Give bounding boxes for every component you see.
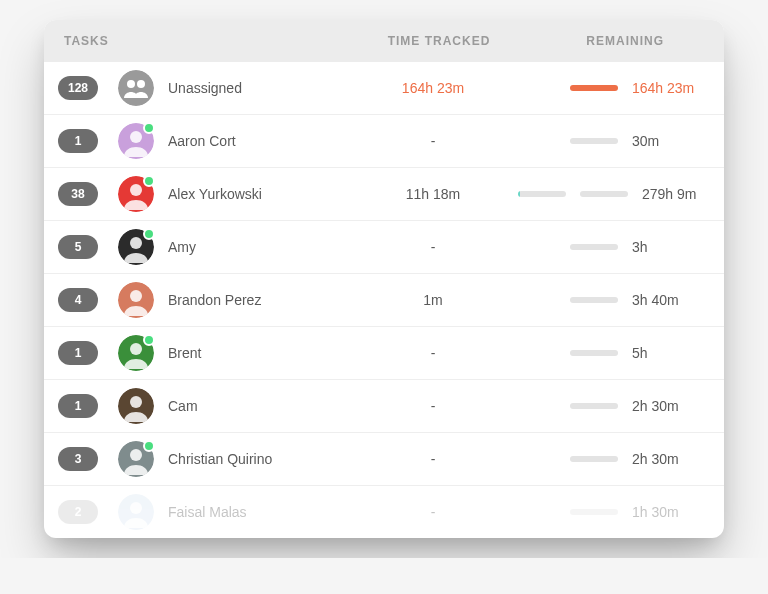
remaining-bar — [570, 85, 618, 91]
svg-point-6 — [130, 184, 142, 196]
presence-indicator — [143, 122, 155, 134]
task-count-badge: 2 — [58, 500, 98, 524]
time-tracked-value: - — [348, 239, 518, 255]
table-row[interactable]: 3Christian Quirino-2h 30m — [44, 433, 724, 486]
table-row[interactable]: 1Aaron Cort-30m — [44, 115, 724, 168]
task-count-badge: 128 — [58, 76, 98, 100]
table-row[interactable]: 128Unassigned164h 23m164h 23m — [44, 62, 724, 115]
task-count-badge: 3 — [58, 447, 98, 471]
svg-point-12 — [130, 343, 142, 355]
group-icon — [118, 70, 154, 106]
svg-point-0 — [118, 70, 154, 106]
avatar[interactable] — [118, 494, 154, 530]
remaining-value: 279h 9m — [642, 186, 714, 202]
header-tasks: TASKS — [64, 34, 354, 48]
table-row[interactable]: 5Amy-3h — [44, 221, 724, 274]
remaining-cell: 3h — [518, 239, 704, 255]
remaining-cell: 5h — [518, 345, 704, 361]
remaining-value: 3h — [632, 239, 704, 255]
assignee-name[interactable]: Christian Quirino — [168, 451, 348, 467]
remaining-cell: 279h 9m — [518, 186, 714, 202]
assignee-name[interactable]: Faisal Malas — [168, 504, 348, 520]
svg-point-18 — [130, 502, 142, 514]
remaining-bar — [570, 350, 618, 356]
time-tracked-value: - — [348, 345, 518, 361]
remaining-bar — [570, 138, 618, 144]
avatar[interactable] — [118, 176, 154, 212]
table-row[interactable]: 2Faisal Malas-1h 30m — [44, 486, 724, 538]
svg-point-16 — [130, 449, 142, 461]
workload-card: TASKS TIME TRACKED REMAINING 128Unassign… — [44, 20, 724, 538]
task-count-badge: 1 — [58, 341, 98, 365]
avatar[interactable] — [118, 388, 154, 424]
table-row[interactable]: 38Alex Yurkowski11h 18m279h 9m — [44, 168, 724, 221]
presence-indicator — [143, 175, 155, 187]
person-icon — [118, 388, 154, 424]
avatar[interactable] — [118, 229, 154, 265]
avatar[interactable] — [118, 123, 154, 159]
svg-point-14 — [130, 396, 142, 408]
remaining-cell: 2h 30m — [518, 398, 704, 414]
table-row[interactable]: 1Cam-2h 30m — [44, 380, 724, 433]
assignee-name[interactable]: Alex Yurkowski — [168, 186, 348, 202]
remaining-value: 5h — [632, 345, 704, 361]
table-body: 128Unassigned164h 23m164h 23m1Aaron Cort… — [44, 62, 724, 538]
person-icon — [118, 494, 154, 530]
svg-point-2 — [137, 80, 145, 88]
avatar[interactable] — [118, 282, 154, 318]
time-tracked-value: 11h 18m — [348, 186, 518, 202]
time-tracked-value: 164h 23m — [348, 80, 518, 96]
presence-indicator — [143, 334, 155, 346]
time-tracked-value: - — [348, 451, 518, 467]
presence-indicator — [143, 228, 155, 240]
time-tracked-value: 1m — [348, 292, 518, 308]
header-tracked: TIME TRACKED — [354, 34, 524, 48]
assignee-name[interactable]: Unassigned — [168, 80, 348, 96]
table-row[interactable]: 4Brandon Perez1m3h 40m — [44, 274, 724, 327]
svg-point-8 — [130, 237, 142, 249]
remaining-value: 2h 30m — [632, 398, 704, 414]
person-icon — [118, 282, 154, 318]
header-remaining: REMAINING — [524, 34, 704, 48]
time-tracked-value: - — [348, 504, 518, 520]
time-tracked-value: - — [348, 133, 518, 149]
remaining-cell: 2h 30m — [518, 451, 704, 467]
remaining-bar — [570, 297, 618, 303]
assignee-name[interactable]: Brent — [168, 345, 348, 361]
assignee-name[interactable]: Cam — [168, 398, 348, 414]
assignee-name[interactable]: Brandon Perez — [168, 292, 348, 308]
table-row[interactable]: 1Brent-5h — [44, 327, 724, 380]
presence-indicator — [143, 440, 155, 452]
remaining-value: 3h 40m — [632, 292, 704, 308]
remaining-value: 30m — [632, 133, 704, 149]
time-tracked-value: - — [348, 398, 518, 414]
task-count-badge: 1 — [58, 129, 98, 153]
remaining-bar — [580, 191, 628, 197]
task-count-badge: 1 — [58, 394, 98, 418]
task-count-badge: 4 — [58, 288, 98, 312]
remaining-value: 2h 30m — [632, 451, 704, 467]
assignee-name[interactable]: Amy — [168, 239, 348, 255]
tracked-progress-bar — [518, 191, 566, 197]
remaining-value: 164h 23m — [632, 80, 704, 96]
table-header: TASKS TIME TRACKED REMAINING — [44, 20, 724, 62]
remaining-bar — [570, 456, 618, 462]
avatar[interactable] — [118, 70, 154, 106]
remaining-cell: 30m — [518, 133, 704, 149]
remaining-value: 1h 30m — [632, 504, 704, 520]
remaining-cell: 1h 30m — [518, 504, 704, 520]
assignee-name[interactable]: Aaron Cort — [168, 133, 348, 149]
task-count-badge: 38 — [58, 182, 98, 206]
remaining-bar — [570, 244, 618, 250]
remaining-bar — [570, 403, 618, 409]
svg-point-10 — [130, 290, 142, 302]
remaining-bar — [570, 509, 618, 515]
remaining-cell: 3h 40m — [518, 292, 704, 308]
avatar[interactable] — [118, 441, 154, 477]
avatar[interactable] — [118, 335, 154, 371]
remaining-cell: 164h 23m — [518, 80, 704, 96]
svg-point-1 — [127, 80, 135, 88]
task-count-badge: 5 — [58, 235, 98, 259]
svg-point-4 — [130, 131, 142, 143]
